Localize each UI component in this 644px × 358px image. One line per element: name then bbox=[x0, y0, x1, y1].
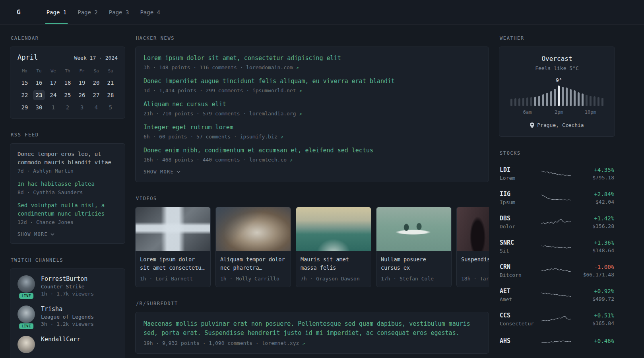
video-thumbnail[interactable] bbox=[457, 207, 489, 251]
video-thumbnail[interactable] bbox=[136, 207, 210, 251]
stock-row[interactable]: IIG Ipsum +2.84% $42.04 bbox=[499, 186, 615, 210]
subreddit-post-link[interactable]: Maecenas mollis pulvinar erat non posuer… bbox=[144, 319, 481, 338]
stock-row[interactable]: AET Amet +0.92% $499.72 bbox=[499, 283, 615, 307]
rss-show-more-label: SHOW MORE bbox=[17, 232, 48, 237]
stock-symbol: AHS bbox=[500, 337, 536, 344]
calendar-day-next-month: 3 bbox=[76, 102, 88, 113]
hn-show-more-button[interactable]: SHOW MORE bbox=[144, 169, 180, 175]
stock-id: SNRC Sit bbox=[500, 239, 536, 254]
video-body: Lorem ipsum dolor sit amet consectetu… 1… bbox=[136, 251, 210, 287]
stock-change: -1.00% bbox=[576, 264, 614, 270]
twitch-widget-title: TWITCH CHANNELS bbox=[11, 257, 125, 263]
hn-item-domain[interactable]: ipsumworld.net bbox=[252, 88, 296, 93]
hn-item-meta: 3h · 148 points · 116 comments · loremdo… bbox=[144, 64, 481, 70]
hn-item-link[interactable]: Donec enim nibh, condimentum et accumsan… bbox=[144, 146, 481, 155]
rss-widget: RSS FEED Donec tempor eros leo, ut commo… bbox=[10, 132, 125, 244]
video-card[interactable]: Aliquam tempor dolor nec pharetra… 1h · … bbox=[215, 207, 291, 287]
weather-hour-bar bbox=[554, 89, 556, 106]
twitch-channel-name: KendallCarr bbox=[41, 336, 80, 343]
video-meta: 1h · Lori Barnett bbox=[140, 276, 206, 282]
app-logo[interactable]: G bbox=[15, 8, 22, 16]
external-link-icon: ↗ bbox=[280, 134, 283, 140]
external-link-icon: ↗ bbox=[299, 88, 302, 93]
stock-row[interactable]: CCS Consectetur +0.51% $165.84 bbox=[499, 307, 615, 331]
avatar bbox=[17, 336, 35, 353]
tab-page-2[interactable]: Page 2 bbox=[72, 0, 103, 24]
stocks-widget: STOCKS LDI Lorem +4.35% $795.18 IIG bbox=[499, 150, 615, 352]
stock-sparkline bbox=[536, 241, 576, 252]
subreddit-post-domain[interactable]: loremnet.xyz bbox=[262, 340, 299, 346]
stock-sparkline bbox=[536, 313, 576, 325]
rss-item-link[interactable]: Sed volutpat nulla nisl, a condimentum n… bbox=[17, 201, 118, 218]
external-link-icon: ↗ bbox=[290, 157, 293, 163]
video-card[interactable]: Nullam posuere cursus ex 17h · Stefan Co… bbox=[376, 207, 452, 287]
video-card[interactable]: Mauris sit amet massa felis 7h · Grayson… bbox=[296, 207, 371, 287]
weather-hour-bar: 9° bbox=[558, 86, 560, 106]
twitch-channel-name: Trisha bbox=[41, 305, 94, 313]
stock-symbol: IIG bbox=[500, 191, 536, 198]
stock-values: -1.00% $66,171.48 bbox=[576, 264, 614, 278]
tab-page-3[interactable]: Page 3 bbox=[103, 0, 135, 24]
hacker-news-widget-title: HACKER NEWS bbox=[136, 35, 489, 41]
video-card[interactable]: Lorem ipsum dolor sit amet consectetu… 1… bbox=[135, 207, 211, 287]
stock-name: Amet bbox=[500, 296, 536, 302]
weather-hour-bar bbox=[530, 97, 532, 106]
stock-sparkline bbox=[536, 192, 576, 203]
nav-divider bbox=[32, 8, 32, 17]
rss-item-link[interactable]: In hac habitasse platea bbox=[17, 180, 118, 188]
stock-price: $795.18 bbox=[576, 175, 614, 181]
twitch-channel[interactable]: LIVE ForrestBurton Counter-Strike 1h · 1… bbox=[17, 275, 118, 297]
stock-symbol: DBS bbox=[500, 215, 536, 222]
weather-hour-bar bbox=[586, 95, 588, 106]
weather-hour-bar bbox=[534, 97, 536, 106]
calendar-week-year: Week 17 · 2024 bbox=[74, 55, 118, 61]
weather-feels-like: Feels like 5°C bbox=[510, 65, 604, 71]
twitch-channel-meta: 3h · 1.2k viewers bbox=[41, 321, 94, 327]
twitch-channel[interactable]: LIVE Trisha League of Legends 3h · 1.2k … bbox=[17, 305, 118, 327]
weather-bars: 9° bbox=[510, 85, 603, 106]
hn-item-link[interactable]: Aliquam nec cursus elit bbox=[144, 100, 481, 109]
rss-show-more-button[interactable]: SHOW MORE bbox=[17, 232, 54, 237]
video-title: Nullam posuere cursus ex bbox=[381, 255, 447, 272]
external-link-icon: ↗ bbox=[296, 65, 299, 70]
videos-widget-title: VIDEOS bbox=[136, 196, 489, 201]
hn-item-domain[interactable]: loremtech.co bbox=[249, 157, 287, 163]
hn-item-stats: 1d · 1,414 points · 299 comments · bbox=[144, 88, 249, 93]
video-card[interactable]: Suspendisse diam 18h · Tara bbox=[456, 207, 489, 287]
stock-row[interactable]: DBS Dolor +1.42% $156.28 bbox=[499, 210, 615, 234]
stock-values: +2.84% $42.04 bbox=[576, 191, 614, 205]
stock-id: AET Amet bbox=[500, 288, 536, 302]
video-body: Suspendisse diam 18h · Tara bbox=[457, 251, 489, 287]
stock-row[interactable]: AHS +0.46% bbox=[499, 331, 615, 352]
hn-item-link[interactable]: Lorem ipsum dolor sit amet, consectetur … bbox=[144, 54, 481, 62]
twitch-channel[interactable]: KendallCarr bbox=[17, 336, 118, 353]
stock-id: CCS Consectetur bbox=[500, 312, 536, 327]
weather-hour-bar bbox=[546, 93, 548, 106]
hn-item-domain[interactable]: loremlandia.org bbox=[249, 111, 296, 117]
stock-name: Ipsum bbox=[500, 199, 536, 205]
video-thumbnail[interactable] bbox=[376, 207, 451, 251]
dashboard-content: CALENDAR April Week 17 · 2024 Mo Tu We T… bbox=[0, 25, 644, 358]
tab-page-1[interactable]: Page 1 bbox=[41, 0, 72, 24]
calendar-day: 22 bbox=[19, 90, 31, 100]
rss-item-link[interactable]: Donec tempor eros leo, ut commodo mauris… bbox=[17, 150, 118, 167]
weather-hour-bar bbox=[550, 91, 552, 106]
tab-page-4[interactable]: Page 4 bbox=[134, 0, 166, 24]
stock-symbol: LDI bbox=[500, 166, 536, 173]
subreddit-widget-title: /R/SUBREDDIT bbox=[136, 301, 489, 306]
hn-item-link[interactable]: Integer eget rutrum lorem bbox=[144, 123, 481, 132]
hn-item-domain[interactable]: loremdomain.com bbox=[246, 64, 293, 70]
hn-item-link[interactable]: Donec imperdiet augue tincidunt felis al… bbox=[144, 77, 481, 86]
stock-row[interactable]: SNRC Sit +1.36% $148.64 bbox=[499, 234, 615, 259]
video-thumbnail[interactable] bbox=[296, 207, 371, 251]
stock-row[interactable]: LDI Lorem +4.35% $795.18 bbox=[499, 161, 615, 186]
weather-hour-bar bbox=[578, 92, 580, 106]
video-thumbnail[interactable] bbox=[216, 207, 291, 251]
calendar-day: 25 bbox=[62, 90, 74, 100]
stocks-widget-title: STOCKS bbox=[500, 150, 615, 156]
weather-card: Overcast Feels like 5°C 9° 6am 2pm 10pm … bbox=[499, 47, 615, 137]
hn-item-domain[interactable]: ipsumify.biz bbox=[240, 134, 277, 140]
stock-row[interactable]: CRN Bitcorn -1.00% $66,171.48 bbox=[499, 259, 615, 283]
stock-price: $165.84 bbox=[576, 320, 614, 326]
video-body: Nullam posuere cursus ex 17h · Stefan Co… bbox=[376, 251, 451, 287]
